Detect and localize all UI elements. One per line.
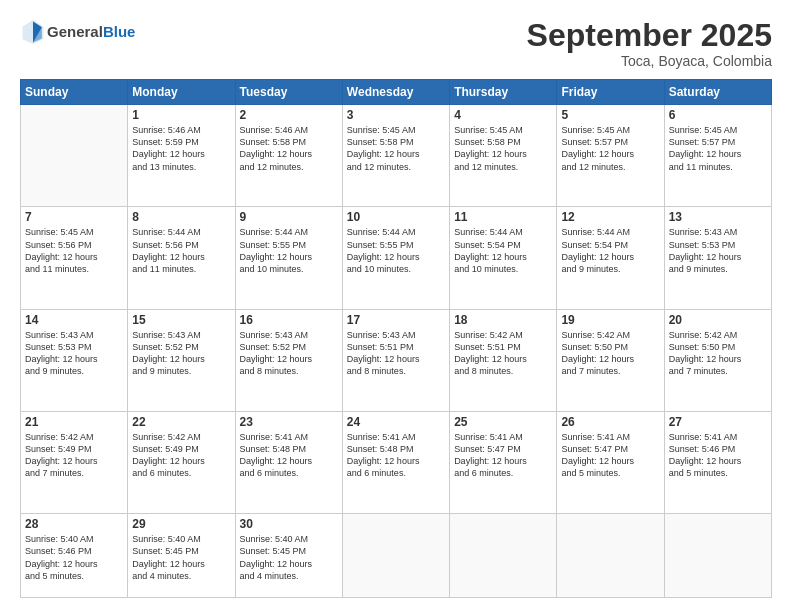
- cell-info: Sunrise: 5:40 AM Sunset: 5:45 PM Dayligh…: [240, 533, 338, 582]
- cell-info: Sunrise: 5:45 AM Sunset: 5:57 PM Dayligh…: [561, 124, 659, 173]
- cell-info: Sunrise: 5:41 AM Sunset: 5:48 PM Dayligh…: [240, 431, 338, 480]
- table-row: 11Sunrise: 5:44 AM Sunset: 5:54 PM Dayli…: [450, 207, 557, 309]
- cell-info: Sunrise: 5:41 AM Sunset: 5:47 PM Dayligh…: [454, 431, 552, 480]
- table-row: 4Sunrise: 5:45 AM Sunset: 5:58 PM Daylig…: [450, 105, 557, 207]
- table-row: 14Sunrise: 5:43 AM Sunset: 5:53 PM Dayli…: [21, 309, 128, 411]
- cell-info: Sunrise: 5:42 AM Sunset: 5:51 PM Dayligh…: [454, 329, 552, 378]
- table-row: 10Sunrise: 5:44 AM Sunset: 5:55 PM Dayli…: [342, 207, 449, 309]
- table-row: 12Sunrise: 5:44 AM Sunset: 5:54 PM Dayli…: [557, 207, 664, 309]
- page: GeneralBlue September 2025 Toca, Boyaca,…: [0, 0, 792, 612]
- logo-general: General: [47, 23, 103, 40]
- day-number: 5: [561, 108, 659, 122]
- logo-blue: Blue: [103, 23, 136, 40]
- table-row: 1Sunrise: 5:46 AM Sunset: 5:59 PM Daylig…: [128, 105, 235, 207]
- day-number: 1: [132, 108, 230, 122]
- col-saturday: Saturday: [664, 80, 771, 105]
- table-row: 22Sunrise: 5:42 AM Sunset: 5:49 PM Dayli…: [128, 412, 235, 514]
- table-row: 27Sunrise: 5:41 AM Sunset: 5:46 PM Dayli…: [664, 412, 771, 514]
- table-row: [342, 514, 449, 598]
- day-number: 20: [669, 313, 767, 327]
- table-row: [21, 105, 128, 207]
- logo-text: GeneralBlue: [47, 24, 135, 41]
- table-row: 25Sunrise: 5:41 AM Sunset: 5:47 PM Dayli…: [450, 412, 557, 514]
- table-row: 29Sunrise: 5:40 AM Sunset: 5:45 PM Dayli…: [128, 514, 235, 598]
- day-number: 4: [454, 108, 552, 122]
- cell-info: Sunrise: 5:43 AM Sunset: 5:51 PM Dayligh…: [347, 329, 445, 378]
- table-row: 13Sunrise: 5:43 AM Sunset: 5:53 PM Dayli…: [664, 207, 771, 309]
- cell-info: Sunrise: 5:45 AM Sunset: 5:58 PM Dayligh…: [454, 124, 552, 173]
- day-number: 24: [347, 415, 445, 429]
- day-number: 10: [347, 210, 445, 224]
- day-number: 13: [669, 210, 767, 224]
- table-row: 8Sunrise: 5:44 AM Sunset: 5:56 PM Daylig…: [128, 207, 235, 309]
- table-row: 23Sunrise: 5:41 AM Sunset: 5:48 PM Dayli…: [235, 412, 342, 514]
- table-row: 19Sunrise: 5:42 AM Sunset: 5:50 PM Dayli…: [557, 309, 664, 411]
- header: GeneralBlue September 2025 Toca, Boyaca,…: [20, 18, 772, 69]
- cell-info: Sunrise: 5:42 AM Sunset: 5:49 PM Dayligh…: [132, 431, 230, 480]
- cell-info: Sunrise: 5:43 AM Sunset: 5:52 PM Dayligh…: [240, 329, 338, 378]
- cell-info: Sunrise: 5:42 AM Sunset: 5:50 PM Dayligh…: [561, 329, 659, 378]
- cell-info: Sunrise: 5:44 AM Sunset: 5:55 PM Dayligh…: [347, 226, 445, 275]
- cell-info: Sunrise: 5:44 AM Sunset: 5:55 PM Dayligh…: [240, 226, 338, 275]
- table-row: [664, 514, 771, 598]
- table-row: 28Sunrise: 5:40 AM Sunset: 5:46 PM Dayli…: [21, 514, 128, 598]
- table-row: 7Sunrise: 5:45 AM Sunset: 5:56 PM Daylig…: [21, 207, 128, 309]
- day-number: 17: [347, 313, 445, 327]
- table-row: 15Sunrise: 5:43 AM Sunset: 5:52 PM Dayli…: [128, 309, 235, 411]
- day-number: 7: [25, 210, 123, 224]
- day-number: 30: [240, 517, 338, 531]
- cell-info: Sunrise: 5:40 AM Sunset: 5:46 PM Dayligh…: [25, 533, 123, 582]
- cell-info: Sunrise: 5:44 AM Sunset: 5:54 PM Dayligh…: [454, 226, 552, 275]
- location-title: Toca, Boyaca, Colombia: [527, 53, 772, 69]
- cell-info: Sunrise: 5:41 AM Sunset: 5:46 PM Dayligh…: [669, 431, 767, 480]
- cell-info: Sunrise: 5:42 AM Sunset: 5:50 PM Dayligh…: [669, 329, 767, 378]
- cell-info: Sunrise: 5:41 AM Sunset: 5:47 PM Dayligh…: [561, 431, 659, 480]
- cell-info: Sunrise: 5:46 AM Sunset: 5:59 PM Dayligh…: [132, 124, 230, 173]
- table-row: 17Sunrise: 5:43 AM Sunset: 5:51 PM Dayli…: [342, 309, 449, 411]
- cell-info: Sunrise: 5:45 AM Sunset: 5:56 PM Dayligh…: [25, 226, 123, 275]
- day-number: 6: [669, 108, 767, 122]
- day-number: 23: [240, 415, 338, 429]
- table-row: 2Sunrise: 5:46 AM Sunset: 5:58 PM Daylig…: [235, 105, 342, 207]
- day-number: 18: [454, 313, 552, 327]
- cell-info: Sunrise: 5:45 AM Sunset: 5:57 PM Dayligh…: [669, 124, 767, 173]
- cell-info: Sunrise: 5:43 AM Sunset: 5:52 PM Dayligh…: [132, 329, 230, 378]
- day-number: 14: [25, 313, 123, 327]
- cell-info: Sunrise: 5:43 AM Sunset: 5:53 PM Dayligh…: [669, 226, 767, 275]
- day-number: 8: [132, 210, 230, 224]
- table-row: 20Sunrise: 5:42 AM Sunset: 5:50 PM Dayli…: [664, 309, 771, 411]
- table-row: 21Sunrise: 5:42 AM Sunset: 5:49 PM Dayli…: [21, 412, 128, 514]
- table-row: 18Sunrise: 5:42 AM Sunset: 5:51 PM Dayli…: [450, 309, 557, 411]
- day-number: 22: [132, 415, 230, 429]
- calendar-header-row: Sunday Monday Tuesday Wednesday Thursday…: [21, 80, 772, 105]
- day-number: 11: [454, 210, 552, 224]
- col-monday: Monday: [128, 80, 235, 105]
- table-row: 9Sunrise: 5:44 AM Sunset: 5:55 PM Daylig…: [235, 207, 342, 309]
- table-row: 26Sunrise: 5:41 AM Sunset: 5:47 PM Dayli…: [557, 412, 664, 514]
- cell-info: Sunrise: 5:45 AM Sunset: 5:58 PM Dayligh…: [347, 124, 445, 173]
- table-row: [450, 514, 557, 598]
- cell-info: Sunrise: 5:41 AM Sunset: 5:48 PM Dayligh…: [347, 431, 445, 480]
- cell-info: Sunrise: 5:44 AM Sunset: 5:54 PM Dayligh…: [561, 226, 659, 275]
- day-number: 21: [25, 415, 123, 429]
- day-number: 9: [240, 210, 338, 224]
- col-sunday: Sunday: [21, 80, 128, 105]
- table-row: 30Sunrise: 5:40 AM Sunset: 5:45 PM Dayli…: [235, 514, 342, 598]
- day-number: 2: [240, 108, 338, 122]
- col-wednesday: Wednesday: [342, 80, 449, 105]
- title-block: September 2025 Toca, Boyaca, Colombia: [527, 18, 772, 69]
- cell-info: Sunrise: 5:43 AM Sunset: 5:53 PM Dayligh…: [25, 329, 123, 378]
- col-tuesday: Tuesday: [235, 80, 342, 105]
- table-row: 6Sunrise: 5:45 AM Sunset: 5:57 PM Daylig…: [664, 105, 771, 207]
- month-title: September 2025: [527, 18, 772, 53]
- day-number: 25: [454, 415, 552, 429]
- table-row: 16Sunrise: 5:43 AM Sunset: 5:52 PM Dayli…: [235, 309, 342, 411]
- col-friday: Friday: [557, 80, 664, 105]
- table-row: [557, 514, 664, 598]
- day-number: 19: [561, 313, 659, 327]
- cell-info: Sunrise: 5:42 AM Sunset: 5:49 PM Dayligh…: [25, 431, 123, 480]
- col-thursday: Thursday: [450, 80, 557, 105]
- day-number: 26: [561, 415, 659, 429]
- day-number: 27: [669, 415, 767, 429]
- cell-info: Sunrise: 5:40 AM Sunset: 5:45 PM Dayligh…: [132, 533, 230, 582]
